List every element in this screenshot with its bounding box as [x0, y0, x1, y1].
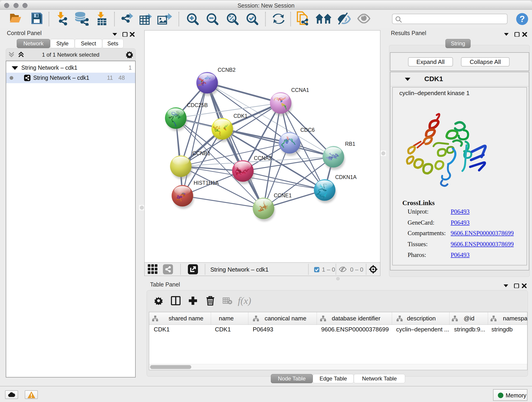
svg-text:CDKN1A: CDKN1A	[335, 174, 357, 180]
svg-text:CCNB1: CCNB1	[192, 150, 210, 156]
svg-text:CCNA1: CCNA1	[291, 87, 309, 93]
svg-text:CCNA2: CCNA2	[254, 155, 272, 161]
svg-text:CDK1: CDK1	[234, 113, 247, 119]
svg-text:CDC6: CDC6	[300, 127, 315, 133]
svg-text:?: ?	[519, 14, 525, 24]
svg-text:CCNE1: CCNE1	[274, 192, 292, 198]
svg-text:CCNB2: CCNB2	[218, 67, 235, 73]
svg-text:RB1: RB1	[345, 141, 355, 147]
svg-text:HIST1H1A: HIST1H1A	[194, 180, 219, 186]
svg-text:CDC25B: CDC25B	[187, 102, 208, 108]
